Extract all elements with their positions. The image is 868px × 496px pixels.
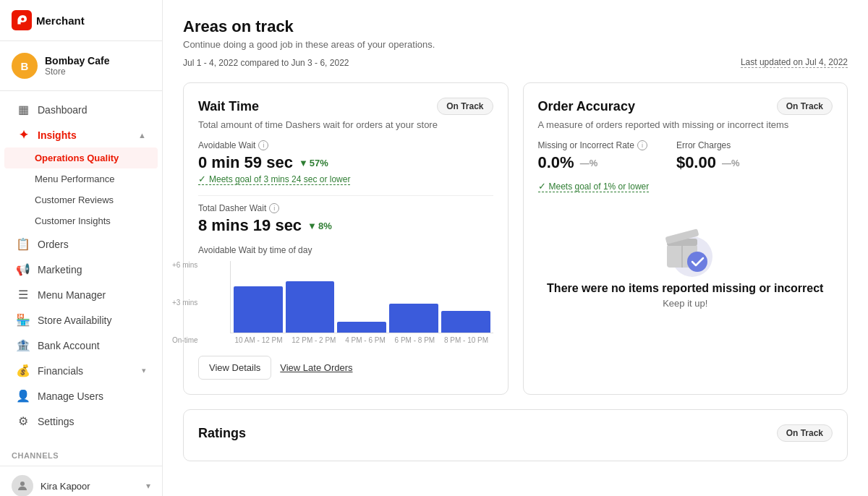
store-availability-icon: 🏪 bbox=[16, 313, 30, 327]
avoidable-wait-info-icon[interactable]: i bbox=[258, 140, 268, 150]
sidebar-item-store-availability[interactable]: 🏪 Store Availability bbox=[4, 307, 158, 333]
page-header: Areas on track Continue doing a good job… bbox=[183, 17, 848, 50]
user-avatar bbox=[12, 475, 33, 496]
sidebar-item-label: Dashboard bbox=[38, 104, 146, 116]
sidebar-item-manage-users[interactable]: 👤 Manage Users bbox=[4, 383, 158, 409]
view-late-orders-button[interactable]: View Late Orders bbox=[280, 356, 352, 380]
sidebar-item-settings[interactable]: ⚙ Settings bbox=[4, 409, 158, 434]
bank-account-icon: 🏦 bbox=[16, 338, 30, 352]
order-accuracy-badge: On Track bbox=[777, 98, 833, 115]
bar-2 bbox=[286, 281, 335, 333]
sidebar-item-label: Orders bbox=[38, 239, 146, 250]
y-label-top: +6 mins bbox=[172, 261, 198, 269]
sidebar-subitem-customer-insights[interactable]: Customer Insights bbox=[4, 210, 158, 231]
x-label-4: 6 PM - 8 PM bbox=[395, 336, 435, 344]
svg-point-1 bbox=[21, 18, 24, 21]
cards-grid: Wait Time On Track Total amount of time … bbox=[183, 82, 848, 395]
sidebar-item-insights[interactable]: ✦ Insights ▲ bbox=[4, 122, 158, 147]
order-accuracy-subtitle: A measure of orders reported with missin… bbox=[538, 119, 833, 130]
wait-time-card-header: Wait Time On Track bbox=[198, 98, 493, 115]
wait-time-badge: On Track bbox=[437, 98, 493, 115]
sidebar-subitem-customer-reviews[interactable]: Customer Reviews bbox=[4, 189, 158, 210]
user-menu[interactable]: Kira Kapoor ▾ bbox=[0, 466, 162, 496]
dashboard-icon: ▦ bbox=[16, 103, 30, 116]
check-circle-icon: ✓ bbox=[538, 181, 546, 192]
x-label-1: 10 AM - 12 PM bbox=[234, 336, 282, 344]
insights-icon: ✦ bbox=[16, 128, 30, 142]
sidebar-subitem-operations-quality[interactable]: Operations Quality bbox=[4, 147, 158, 168]
error-charges-metric: Error Charges $0.00 —% bbox=[676, 140, 740, 172]
sidebar-item-label: Marketing bbox=[38, 264, 146, 275]
sidebar: Merchant B Bombay Cafe Store ▦ Dashboard… bbox=[0, 0, 163, 496]
svg-point-2 bbox=[20, 482, 25, 486]
store-type: Store bbox=[45, 67, 109, 77]
sidebar-item-label: Bank Account bbox=[38, 340, 146, 351]
no-items-subtitle: Keep it up! bbox=[663, 298, 707, 309]
chart-section: Avoidable Wait by time of day +6 mins +3… bbox=[198, 245, 493, 344]
total-dasher-wait-info-icon[interactable]: i bbox=[269, 203, 279, 213]
sidebar-item-label: Manage Users bbox=[38, 390, 146, 402]
bar-4 bbox=[389, 304, 438, 333]
sidebar-item-bank-account[interactable]: 🏦 Bank Account bbox=[4, 333, 158, 358]
ratings-badge: On Track bbox=[777, 424, 833, 442]
no-items-illustration: There were no items reported missing or … bbox=[538, 202, 833, 316]
bar-chart bbox=[230, 261, 493, 333]
store-info[interactable]: B Bombay Cafe Store bbox=[0, 41, 162, 91]
store-name: Bombay Cafe bbox=[45, 55, 109, 67]
sidebar-item-label: Store Availability bbox=[38, 315, 146, 326]
missing-rate-label: Missing or Incorrect Rate i bbox=[538, 140, 647, 150]
order-accuracy-goal: ✓ Meets goal of 1% or lower bbox=[538, 181, 650, 192]
customer-insights-label: Customer Insights bbox=[35, 215, 111, 226]
y-label-mid: +3 mins bbox=[172, 299, 198, 307]
bar-5 bbox=[441, 311, 490, 333]
last-updated: Last updated on Jul 4, 2022 bbox=[741, 57, 848, 68]
divider bbox=[198, 195, 493, 196]
bar-1 bbox=[234, 286, 283, 333]
brand-logo: Merchant bbox=[12, 10, 85, 30]
sidebar-item-dashboard[interactable]: ▦ Dashboard bbox=[4, 97, 158, 122]
missing-rate-info-icon[interactable]: i bbox=[637, 140, 647, 150]
ratings-card-header: Ratings On Track bbox=[198, 424, 833, 442]
sidebar-item-marketing[interactable]: 📢 Marketing bbox=[4, 257, 158, 282]
sidebar-subitem-menu-performance[interactable]: Menu Performance bbox=[4, 168, 158, 189]
store-avatar: B bbox=[12, 53, 38, 79]
page-subtitle: Continue doing a good job in these areas… bbox=[183, 39, 848, 50]
avoidable-wait-change: ▼ 57% bbox=[299, 158, 328, 168]
view-details-button[interactable]: View Details bbox=[198, 356, 271, 380]
sidebar-item-label: Settings bbox=[38, 416, 146, 427]
y-axis-labels: +6 mins +3 mins On-time bbox=[172, 261, 198, 344]
svg-point-8 bbox=[687, 252, 707, 272]
x-label-5: 8 PM - 10 PM bbox=[444, 336, 488, 344]
order-accuracy-card-header: Order Accuracy On Track bbox=[538, 98, 833, 115]
total-dasher-wait-label: Total Dasher Wait i bbox=[198, 203, 493, 213]
x-axis-labels: 10 AM - 12 PM 12 PM - 2 PM 4 PM - 6 PM 6… bbox=[230, 336, 493, 344]
no-items-title: There were no items reported missing or … bbox=[547, 282, 823, 295]
total-dasher-wait-value: 8 mins 19 sec ▼ 8% bbox=[198, 216, 493, 235]
ratings-card: Ratings On Track bbox=[183, 409, 848, 461]
y-label-bottom: On-time bbox=[172, 336, 198, 344]
sidebar-item-menu-manager[interactable]: ☰ Menu Manager bbox=[4, 282, 158, 307]
ratings-title: Ratings bbox=[198, 426, 246, 441]
financials-icon: 💰 bbox=[16, 364, 30, 377]
user-chevron-icon: ▾ bbox=[146, 481, 150, 491]
doordash-logo-icon bbox=[12, 10, 32, 30]
menu-performance-label: Menu Performance bbox=[35, 174, 115, 184]
sidebar-item-orders[interactable]: 📋 Orders bbox=[4, 231, 158, 257]
menu-manager-icon: ☰ bbox=[16, 288, 30, 302]
main-content: Areas on track Continue doing a good job… bbox=[163, 0, 868, 496]
order-accuracy-title: Order Accuracy bbox=[538, 99, 635, 114]
order-accuracy-card: Order Accuracy On Track A measure of ord… bbox=[523, 82, 848, 395]
avoidable-wait-label: Avoidable Wait i bbox=[198, 140, 493, 150]
sidebar-item-financials[interactable]: 💰 Financials ▾ bbox=[4, 358, 158, 383]
card-actions: View Details View Late Orders bbox=[198, 356, 493, 380]
sidebar-item-label: Financials bbox=[38, 365, 135, 377]
missing-rate-value: 0.0% —% bbox=[538, 153, 647, 172]
accuracy-metrics: Missing or Incorrect Rate i 0.0% —% Erro… bbox=[538, 140, 833, 172]
date-range-row: Jul 1 - 4, 2022 compared to Jun 3 - 6, 2… bbox=[183, 57, 848, 68]
sidebar-item-label: Insights bbox=[38, 129, 131, 141]
bar-chart-wrapper: +6 mins +3 mins On-time 10 AM - 12 PM 12… bbox=[198, 261, 493, 344]
brand-name: Merchant bbox=[36, 14, 85, 27]
chevron-up-icon: ▲ bbox=[138, 131, 146, 140]
manage-users-icon: 👤 bbox=[16, 389, 30, 403]
chart-label: Avoidable Wait by time of day bbox=[198, 245, 493, 255]
